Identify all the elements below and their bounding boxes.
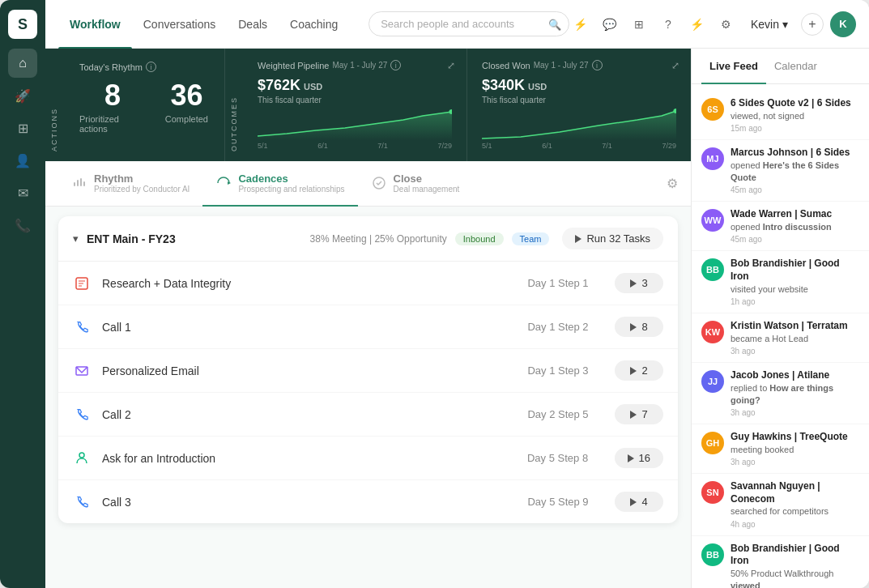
cadence-card-ent-main: ▾ ENT Main - FY23 38% Meeting | 25% Oppo… — [58, 216, 678, 523]
stat-today-rhythm: Today's Rhythm i 8 Prioritized actions 3… — [63, 49, 225, 161]
nav-deals[interactable]: Deals — [227, 0, 279, 49]
feed-item[interactable]: GH Guy Hawkins | TreeQuote meeting booke… — [692, 424, 869, 474]
user-menu[interactable]: Kevin ▾ — [744, 15, 794, 34]
tab-close[interactable]: Close Deal management — [358, 161, 473, 207]
sidebar-icon-home[interactable]: ⌂ — [8, 49, 37, 78]
feed-item-time: 45m ago — [731, 235, 859, 244]
svg-point-13 — [79, 453, 84, 458]
add-button[interactable]: + — [801, 13, 824, 36]
step-name: Research + Data Integrity — [102, 277, 501, 290]
feed-item-action: opened Intro discussion — [731, 221, 859, 233]
feed-item[interactable]: BB Bob Brandishier | Good Iron visited y… — [692, 251, 869, 313]
feed-avatar: SN — [701, 481, 724, 504]
search-input[interactable] — [368, 11, 569, 36]
feed-item[interactable]: WW Wade Warren | Sumac opened Intro disc… — [692, 202, 869, 251]
feed-item-time: 1h ago — [731, 297, 859, 306]
feed-item-time: 3h ago — [731, 408, 859, 417]
run-tasks-button[interactable]: Run 32 Tasks — [562, 228, 663, 249]
settings-icon[interactable]: ⚙ — [715, 13, 738, 36]
feed-item-name: Marcus Johnson | 6 Sides — [731, 147, 859, 160]
step-name: Call 1 — [102, 321, 501, 334]
feed-item-action: 50% Product Walkthrough viewed — [731, 568, 859, 588]
content-area: ACTIONS Today's Rhythm i 8 Prioritized a… — [45, 49, 869, 588]
step-play-icon — [630, 367, 637, 375]
step-play-icon — [630, 411, 637, 419]
feed-item-name: Jacob Jones | Atilane — [731, 369, 859, 382]
tab-cadences[interactable]: Cadences Prospecting and relationships — [202, 161, 357, 207]
stats-row: ACTIONS Today's Rhythm i 8 Prioritized a… — [45, 49, 691, 161]
feed-item-name: Kristin Watson | Terratam — [731, 320, 859, 333]
step-name: Ask for an Introduction — [102, 452, 501, 465]
feed-item-action: visited your website — [731, 283, 859, 296]
step-icon-research — [73, 275, 91, 292]
thunder-icon[interactable]: ⚡ — [686, 13, 709, 36]
sidebar-icon-mail[interactable]: ✉ — [8, 178, 37, 207]
step-day: Day 5 Step 8 — [501, 452, 615, 464]
stat-closed-won: ⤢ Closed Won May 1 - July 27 i $340K USD… — [467, 49, 691, 161]
step-day: Day 5 Step 9 — [501, 496, 615, 508]
svg-rect-3 — [77, 180, 79, 186]
expand-icon[interactable]: ⤢ — [447, 60, 455, 71]
nav-conversations[interactable]: Conversations — [132, 0, 228, 49]
feed-avatar: MJ — [701, 147, 724, 170]
feed-item[interactable]: BB Bob Brandishier | Good Iron 50% Produ… — [692, 536, 869, 588]
tabs-settings-icon[interactable]: ⚙ — [667, 176, 678, 191]
step-count[interactable]: 4 — [615, 492, 663, 512]
search-bar: 🔍 — [368, 11, 569, 36]
step-count[interactable]: 3 — [615, 273, 663, 293]
nav-links: Workflow Conversations Deals Coaching — [58, 0, 349, 49]
right-panel: Live Feed Calendar 6S 6 Sides Quote v2 |… — [691, 49, 869, 588]
step-play-icon — [630, 323, 637, 331]
feed-item-name: Wade Warren | Sumac — [731, 208, 859, 221]
help-icon[interactable]: ? — [657, 13, 679, 36]
sidebar-icon-rocket[interactable]: 🚀 — [8, 81, 37, 110]
feed-item-action: replied to How are things going? — [731, 382, 859, 407]
feed-list: 6S 6 Sides Quote v2 | 6 Sides viewed, no… — [692, 84, 869, 588]
pipeline-chart — [258, 108, 452, 140]
step-count[interactable]: 7 — [615, 404, 663, 424]
sidebar-icon-person[interactable]: 👤 — [8, 146, 37, 175]
feed-item[interactable]: JJ Jacob Jones | Atilane replied to How … — [692, 363, 869, 424]
feed-item-time: 15m ago — [731, 124, 859, 133]
step-day: Day 2 Step 5 — [501, 408, 615, 420]
feed-item-time: 4h ago — [731, 520, 859, 529]
feed-avatar: BB — [701, 258, 724, 281]
tag-team: Team — [512, 232, 550, 245]
cadence-meta: 38% Meeting | 25% Opportunity Inbound Te… — [310, 232, 550, 245]
step-icon-intro — [73, 450, 91, 467]
svg-rect-4 — [80, 178, 82, 186]
message-icon[interactable]: 💬 — [599, 13, 621, 36]
sidebar-icon-grid[interactable]: ⊞ — [8, 113, 37, 143]
feed-item-action: viewed, not signed — [731, 110, 859, 122]
feed-avatar: KW — [701, 321, 724, 343]
step-count[interactable]: 2 — [615, 360, 663, 381]
feed-item-action: became a Hot Lead — [731, 333, 859, 345]
step-count[interactable]: 16 — [615, 448, 663, 468]
feed-item[interactable]: KW Kristin Watson | Terratam became a Ho… — [692, 313, 869, 363]
search-icon: 🔍 — [548, 18, 561, 30]
feed-item[interactable]: SN Savannah Nguyen | Conecom searched fo… — [692, 474, 869, 536]
cadence-toggle[interactable]: ▾ — [73, 232, 79, 245]
tab-rhythm[interactable]: Rhythm Prioritized by Conductor AI — [58, 161, 202, 207]
sidebar-icon-phone[interactable]: 📞 — [8, 211, 37, 240]
feed-tab-calendar[interactable]: Calendar — [766, 49, 825, 84]
nav-workflow[interactable]: Workflow — [58, 0, 132, 49]
feed-item[interactable]: MJ Marcus Johnson | 6 Sides opened Here'… — [692, 140, 869, 202]
grid-icon[interactable]: ⊞ — [628, 13, 650, 36]
pipeline-info-icon: i — [390, 60, 401, 70]
step-row: Research + Data Integrity Day 1 Step 1 3 — [58, 262, 678, 305]
cadences-area: ▾ ENT Main - FY23 38% Meeting | 25% Oppo… — [45, 207, 691, 588]
left-panel: ACTIONS Today's Rhythm i 8 Prioritized a… — [45, 49, 691, 588]
svg-rect-5 — [83, 181, 85, 186]
step-count[interactable]: 8 — [615, 317, 663, 337]
lightning-icon[interactable]: ⚡ — [569, 13, 592, 36]
cadence-header: ▾ ENT Main - FY23 38% Meeting | 25% Oppo… — [58, 216, 678, 262]
step-name: Call 3 — [102, 496, 501, 509]
feed-item[interactable]: 6S 6 Sides Quote v2 | 6 Sides viewed, no… — [692, 91, 869, 140]
rhythm-icon — [71, 175, 87, 191]
step-day: Day 1 Step 1 — [501, 277, 615, 289]
closed-won-expand-icon[interactable]: ⤢ — [671, 60, 679, 71]
nav-coaching[interactable]: Coaching — [279, 0, 349, 49]
step-name: Personalized Email — [102, 364, 501, 377]
feed-tab-live[interactable]: Live Feed — [701, 49, 766, 84]
